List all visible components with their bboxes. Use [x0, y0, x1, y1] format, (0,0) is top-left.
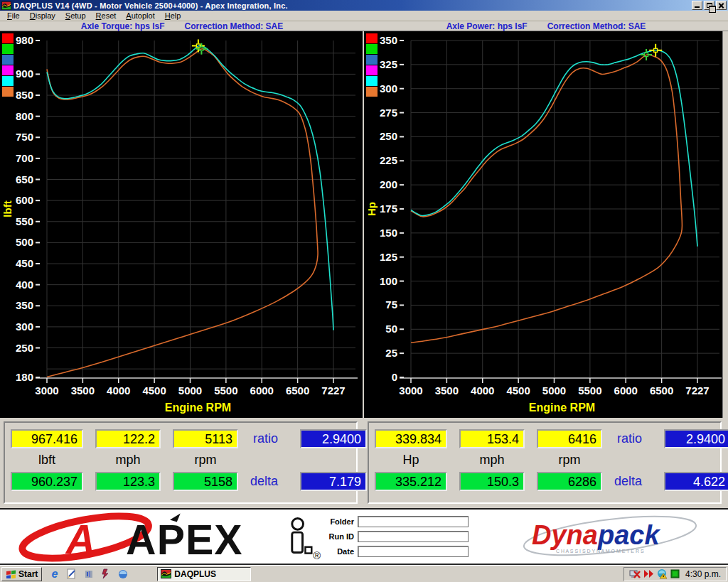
- svg-text:4500: 4500: [506, 384, 530, 397]
- svg-text:6500: 6500: [286, 384, 309, 397]
- menu-display[interactable]: Display: [25, 11, 60, 20]
- close-button[interactable]: [716, 1, 727, 10]
- svg-text:500: 500: [16, 236, 33, 248]
- system-tray: 4:30 p.m.: [623, 567, 727, 581]
- power-peak-speed: 153.4: [459, 429, 525, 448]
- power-peak-value: 339.834: [375, 429, 447, 448]
- winamp-icon[interactable]: [100, 568, 112, 580]
- torque-delta-value: 7.179: [300, 472, 367, 491]
- media-player-icon[interactable]: [82, 568, 95, 580]
- legend-swatch-icon[interactable]: [366, 65, 378, 75]
- svg-text:300: 300: [380, 82, 397, 95]
- legend-swatch-icon[interactable]: [366, 87, 378, 97]
- power-correction-method: Correction Method: SAE: [547, 21, 646, 31]
- svg-text:150: 150: [380, 227, 397, 239]
- torque-plot[interactable]: 9809008508007507006506005505004504003503…: [0, 31, 363, 418]
- folder-input[interactable]: [358, 516, 469, 527]
- power-chart-title: Axle Power: hps IsF: [446, 21, 528, 31]
- power-second-rpm: 6286: [537, 472, 602, 491]
- x-axis-title: Engine RPM: [529, 402, 595, 414]
- dynapack-logo: Dynapack C H A S S I S D Y N A M O M E T…: [519, 513, 698, 560]
- svg-text:980: 980: [16, 34, 33, 46]
- taskbar-daqplus-button[interactable]: DAQPLUS: [157, 567, 251, 581]
- torque-chart-header: Axle Torque: hps IsF Correction Method: …: [0, 21, 364, 31]
- dynapack-red-text: Dyna: [532, 520, 598, 550]
- svg-text:800: 800: [16, 110, 33, 122]
- svg-text:700: 700: [16, 152, 33, 164]
- legend-swatch-icon[interactable]: [2, 65, 14, 75]
- dynapack-blue-text: pack: [597, 520, 660, 550]
- svg-text:450: 450: [16, 257, 33, 269]
- menu-setup[interactable]: Setup: [60, 11, 91, 20]
- minimize-button[interactable]: [692, 1, 702, 10]
- run-id-input[interactable]: [358, 531, 469, 542]
- svg-text:100: 100: [380, 275, 397, 287]
- torque-peak-value: 967.416: [11, 429, 83, 448]
- legend-swatch-icon[interactable]: [2, 55, 14, 65]
- menu-bar: File Display Setup Reset Autoplot Help: [0, 11, 728, 21]
- legend-swatch-icon[interactable]: [2, 87, 14, 97]
- legend-swatch-icon[interactable]: [2, 44, 14, 54]
- power-delta-value: 4.622: [664, 472, 728, 491]
- svg-text:5000: 5000: [542, 384, 566, 397]
- torque-ratio-value: 2.9400: [300, 429, 367, 448]
- svg-text:6000: 6000: [614, 384, 638, 397]
- update-alert-icon[interactable]: [657, 569, 668, 579]
- legend-swatch-icon[interactable]: [2, 76, 14, 86]
- clock: 4:30 p.m.: [685, 569, 721, 579]
- legend-swatch-icon[interactable]: [366, 33, 378, 43]
- readouts-region: 967.416 122.2 5113 ratio 2.9400 lbft mph…: [0, 418, 728, 508]
- svg-text:4000: 4000: [107, 384, 130, 397]
- axes: [400, 41, 722, 383]
- apexi-logo: A APEX ®: [16, 511, 323, 562]
- restore-button[interactable]: [704, 1, 714, 10]
- quick-launch-bar: e: [48, 568, 129, 580]
- window-title: DAQPLUS V14 (4WD - Motor Vehicle 2500+40…: [14, 1, 690, 10]
- fast-forward-tray-icon[interactable]: [643, 569, 654, 578]
- power-peak-rpm: 6416: [537, 429, 602, 448]
- chart-headers: Axle Torque: hps IsF Correction Method: …: [0, 21, 728, 31]
- legend-swatch-icon[interactable]: [366, 55, 378, 65]
- dynapack-tagline: C H A S S I S D Y N A M O M E T E R S: [556, 549, 644, 554]
- legend-swatch-icon[interactable]: [366, 44, 378, 54]
- svg-text:900: 900: [16, 68, 33, 80]
- torque-delta-label: delta: [250, 474, 288, 489]
- network-offline-icon[interactable]: [629, 569, 641, 579]
- taskbar: Start e DAQPLUS: [0, 565, 728, 582]
- menu-file[interactable]: File: [2, 11, 25, 20]
- menu-help[interactable]: Help: [160, 11, 186, 20]
- start-button[interactable]: Start: [1, 567, 42, 581]
- svg-text:Dynapack: Dynapack: [532, 520, 660, 550]
- series-run-orange: [47, 49, 318, 377]
- menu-reset[interactable]: Reset: [91, 11, 122, 20]
- svg-text:200: 200: [380, 178, 397, 190]
- legend-swatch-icon[interactable]: [2, 33, 14, 43]
- torque-correction-method: Correction Method: SAE: [185, 21, 284, 31]
- power-delta-label: delta: [614, 474, 652, 489]
- power-chart[interactable]: 3503253002752502252001751501251007550250…: [364, 31, 722, 418]
- series-run-orange: [411, 55, 682, 343]
- torque-chart[interactable]: 9809008508007507006506005505004504003503…: [0, 31, 363, 418]
- svg-text:750: 750: [16, 131, 33, 143]
- svg-text:600: 600: [16, 194, 33, 206]
- date-input[interactable]: [358, 546, 469, 557]
- svg-text:6000: 6000: [250, 384, 274, 397]
- messenger-icon[interactable]: [117, 568, 129, 580]
- lan-status-icon[interactable]: [670, 569, 680, 578]
- svg-text:25: 25: [385, 347, 397, 359]
- power-unit: Hp: [375, 453, 447, 468]
- power-plot[interactable]: 3503253002752502252001751501251007550250…: [364, 31, 722, 418]
- svg-text:3000: 3000: [35, 384, 58, 397]
- daqplus-app-icon: [1, 1, 11, 10]
- legend-swatch-icon[interactable]: [366, 76, 378, 86]
- svg-text:180: 180: [16, 371, 33, 383]
- svg-text:7227: 7227: [321, 384, 345, 397]
- svg-text:550: 550: [16, 215, 33, 227]
- windows-flag-icon: [6, 569, 16, 578]
- apex-mark: A: [65, 517, 95, 562]
- task-button-label: DAQPLUS: [174, 569, 216, 579]
- show-desktop-icon[interactable]: [65, 568, 77, 580]
- menu-autoplot[interactable]: Autoplot: [121, 11, 159, 20]
- internet-explorer-icon[interactable]: e: [48, 568, 60, 580]
- window-titlebar: DAQPLUS V14 (4WD - Motor Vehicle 2500+40…: [0, 0, 728, 11]
